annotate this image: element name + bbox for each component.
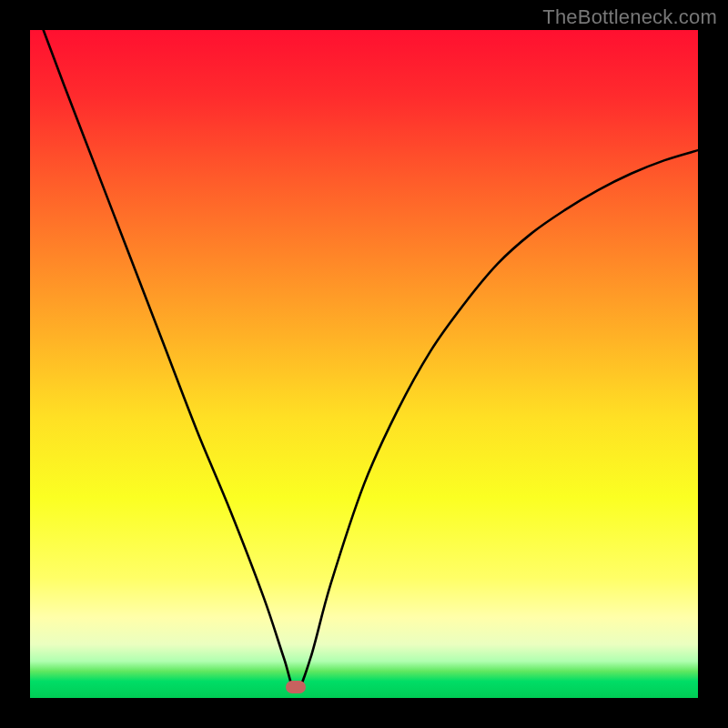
attribution-text: TheBottleneck.com	[542, 5, 717, 29]
bottleneck-curve	[44, 30, 698, 692]
chart-plot-area	[30, 30, 698, 698]
min-point-marker	[286, 681, 306, 693]
curve-svg	[30, 30, 698, 698]
